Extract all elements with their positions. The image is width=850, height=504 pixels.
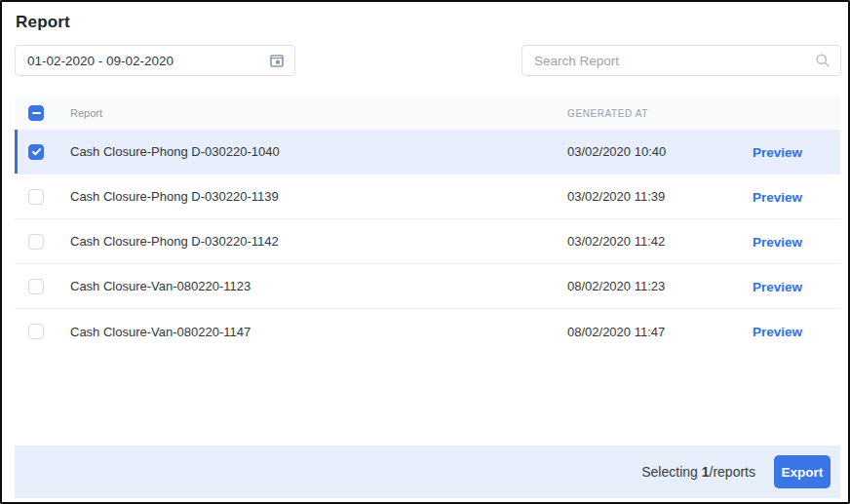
selected-count: 1 [702,464,710,480]
report-name: Cash Closure-Phong D-030220-1139 [70,189,567,204]
table-header-row: Report GENERATED AT [15,97,840,130]
column-header-report: Report [70,107,567,119]
footer-bar: Selecting 1/reports Export [15,446,840,498]
preview-link[interactable]: Preview [753,235,802,250]
table-row[interactable]: Cash Closure-Van-080220-1123 08/02/2020 … [15,264,840,309]
reports-table: Report GENERATED AT Cash Closure-Phong D… [15,97,840,354]
date-range-input[interactable] [15,45,295,76]
date-range-value[interactable] [27,54,269,68]
page-title: Report [16,13,70,32]
generated-at-value: 03/02/2020 11:42 [567,234,741,249]
row-checkbox[interactable] [28,279,44,294]
select-all-checkbox[interactable] [28,105,44,121]
table-row[interactable]: Cash Closure-Phong D-030220-1142 03/02/2… [15,219,840,264]
row-checkbox[interactable] [28,144,44,160]
report-page: Report Report [0,0,850,504]
generated-at-value: 03/02/2020 11:39 [567,189,741,204]
table-row[interactable]: Cash Closure-Van-080220-1147 08/02/2020 … [15,309,840,354]
preview-link[interactable]: Preview [753,190,802,205]
table-body: Cash Closure-Phong D-030220-1040 03/02/2… [15,130,840,354]
table-row[interactable]: Cash Closure-Phong D-030220-1139 03/02/2… [15,174,840,219]
selecting-suffix: /reports [710,464,755,480]
search-field[interactable] [534,54,815,68]
selecting-prefix: Selecting [641,464,701,480]
generated-at-value: 03/02/2020 10:40 [567,144,741,159]
export-button[interactable]: Export [774,455,831,488]
column-header-generated-at: GENERATED AT [567,108,741,119]
report-name: Cash Closure-Phong D-030220-1142 [70,234,567,249]
preview-link[interactable]: Preview [753,280,802,294]
indeterminate-dash-icon [32,112,41,115]
generated-at-value: 08/02/2020 11:47 [567,325,741,339]
preview-link[interactable]: Preview [753,145,802,160]
table-row[interactable]: Cash Closure-Phong D-030220-1040 03/02/2… [15,130,840,174]
search-input[interactable] [522,45,841,76]
row-checkbox[interactable] [28,234,44,250]
selecting-status: Selecting 1/reports [641,464,755,480]
calendar-icon[interactable] [269,53,285,68]
row-checkbox[interactable] [28,324,44,339]
report-name: Cash Closure-Van-080220-1147 [70,325,567,339]
report-name: Cash Closure-Phong D-030220-1040 [70,144,567,159]
search-icon[interactable] [815,53,831,68]
row-checkbox[interactable] [28,189,44,205]
checkmark-icon [31,146,42,157]
report-name: Cash Closure-Van-080220-1123 [70,279,567,293]
preview-link[interactable]: Preview [753,325,802,339]
generated-at-value: 08/02/2020 11:23 [567,279,741,293]
